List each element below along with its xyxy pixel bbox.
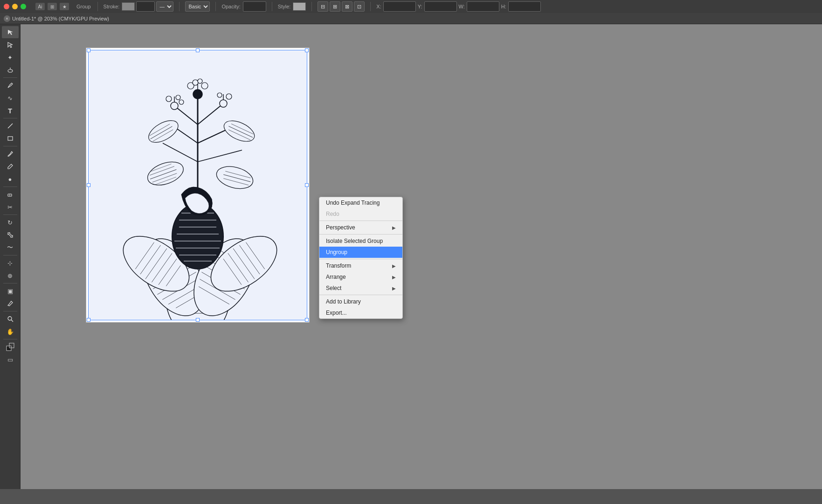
svg-line-6 [11,320,13,322]
sep5 [311,2,312,11]
pencil-tool[interactable] [2,160,19,173]
opacity-input[interactable]: 100% [243,1,266,12]
svg-point-5 [8,317,12,320]
svg-rect-2 [8,137,13,140]
blob-brush-tool[interactable]: ● [2,173,19,185]
icon-grid[interactable]: ⊞ [48,3,57,10]
svg-point-78 [201,83,208,89]
ctx-isolate-label: Isolate Selected Group [326,238,383,244]
stroke-color-swatch[interactable] [122,2,135,11]
hand-tool[interactable]: ✋ [2,325,19,338]
gradient-tool[interactable]: ▣ [2,285,19,297]
icon-star[interactable]: ★ [60,3,69,10]
eraser-tool[interactable] [2,188,19,200]
w-input[interactable]: 232.858 px [467,1,499,12]
ctx-sep-3 [319,259,402,259]
ctx-select-arrow: ▶ [392,286,396,291]
svg-line-15 [198,150,242,162]
svg-line-11 [198,104,223,124]
h-input[interactable]: 293.868 px [508,1,541,12]
tool-sep-9 [3,339,17,339]
zoom-tool[interactable] [2,313,19,325]
tool-sep-5 [3,214,17,215]
svg-point-66 [171,102,178,110]
w-label: W: [459,4,465,9]
scale-tool[interactable] [2,229,19,241]
titlebar: Ai ⊞ ★ Group Stroke: — Basic Opacity: 10… [0,0,822,13]
svg-point-68 [166,96,172,102]
scissors-tool[interactable]: ✂ [2,201,19,213]
h-label: H: [501,4,506,9]
shape-builder-tool[interactable]: ⊕ [2,269,19,282]
x-label: X: [376,4,381,9]
magic-wand-tool[interactable]: ✦ [2,51,19,63]
screen-mode-btn[interactable]: ▭ [2,353,19,366]
style-preset-select[interactable]: Basic [185,1,210,12]
line-tool[interactable] [2,120,19,132]
left-tools-panel: ✦ ∿ T ● ✂ ↻ 〜 [0,24,21,489]
tool-sep-1 [3,77,17,78]
ctx-add-to-library[interactable]: Add to Library [319,296,402,307]
ctx-arrange[interactable]: Arrange ▶ [319,271,402,283]
sep3 [215,2,216,11]
svg-point-80 [198,79,202,83]
context-menu: Undo Expand Tracing Redo Perspective ▶ I… [319,197,403,319]
ctx-undo-expand-tracing[interactable]: Undo Expand Tracing [319,197,402,208]
x-input[interactable]: 234.306 px [383,1,416,12]
maximize-button[interactable] [21,4,26,9]
main-area: ✦ ∿ T ● ✂ ↻ 〜 [0,24,822,489]
close-button[interactable] [4,4,9,9]
align-btn3[interactable]: ⊠ [342,1,352,12]
sep2 [179,2,180,11]
tab-close-button[interactable]: × [4,15,10,22]
ctx-select-label: Select [326,285,341,291]
align-btn1[interactable]: ⊟ [318,1,328,12]
traffic-lights [4,4,26,9]
svg-point-75 [193,90,202,99]
pen-tool[interactable] [2,79,19,91]
fill-stroke-btn[interactable] [2,341,19,353]
paintbrush-tool[interactable] [2,148,19,160]
svg-point-71 [220,100,227,107]
tool-sep-6 [3,255,17,255]
ctx-export-label: Export... [326,310,347,316]
stroke-style-select[interactable]: — [156,1,173,12]
selection-tool[interactable] [2,26,19,38]
sep4 [272,2,272,11]
ctx-arrange-label: Arrange [326,274,346,280]
tool-sep-4 [3,186,17,187]
ctx-export[interactable]: Export... [319,307,402,318]
tab-title[interactable]: Untitled-1* @ 203% (CMYK/GPU Preview) [12,16,109,21]
flower-illustration [88,50,307,320]
ctx-select[interactable]: Select ▶ [319,283,402,294]
rect-tool[interactable] [2,132,19,145]
y-input[interactable]: 270.254 px [424,1,457,12]
svg-point-70 [179,100,184,104]
type-tool[interactable]: T [2,104,19,117]
tabbar: × Untitled-1* @ 203% (CMYK/GPU Preview) [0,13,822,24]
minimize-button[interactable] [12,4,18,9]
ctx-isolate-selected-group[interactable]: Isolate Selected Group [319,235,402,247]
ctx-sep-2 [319,234,402,235]
ctx-transform[interactable]: Transform ▶ [319,260,402,271]
ctx-sep-4 [319,295,402,295]
group-label: Group [76,4,91,9]
ctx-perspective[interactable]: Perspective ▶ [319,222,402,233]
canvas-area[interactable]: Undo Expand Tracing Redo Perspective ▶ I… [21,24,822,489]
rotate-tool[interactable]: ↻ [2,216,19,228]
free-transform-tool[interactable]: ⊹ [2,257,19,269]
eyedropper-tool[interactable] [2,297,19,310]
stroke-input[interactable] [136,1,155,12]
style-swatch[interactable] [293,2,306,11]
lasso-tool[interactable] [2,64,19,76]
warp-tool[interactable]: 〜 [2,242,19,254]
ctx-arrange-arrow: ▶ [392,275,396,280]
sep1 [97,2,98,11]
curvature-tool[interactable]: ∿ [2,92,19,104]
align-btn4[interactable]: ⊡ [354,1,365,12]
svg-rect-7 [7,346,11,351]
align-btn2[interactable]: ⊞ [330,1,340,12]
direct-selection-tool[interactable] [2,39,19,51]
ctx-ungroup[interactable]: Ungroup [319,247,402,258]
ctx-perspective-label: Perspective [326,224,355,231]
